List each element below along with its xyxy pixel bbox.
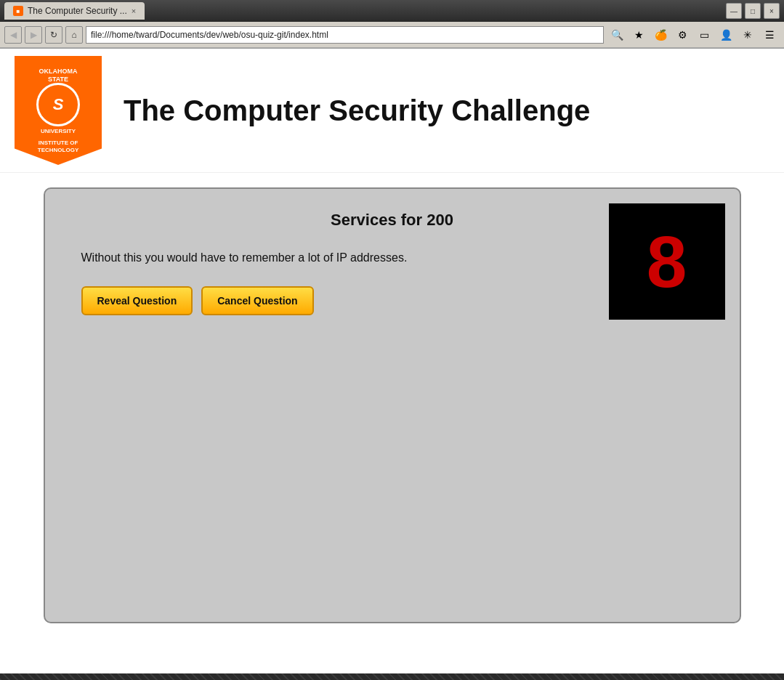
logo-sub: INSTITUTE OF TECHNOLOGY: [38, 139, 78, 153]
reload-btn[interactable]: ↻: [45, 26, 62, 44]
title-bar-left: ■ The Computer Security ... ×: [4, 2, 145, 20]
nav-icons: 🔍 ★ 🍊 ⚙ ▭ 👤 ✳ ☰: [607, 25, 780, 45]
maximize-btn[interactable]: □: [745, 3, 761, 19]
reveal-question-button[interactable]: Reveal Question: [81, 286, 193, 315]
home-btn[interactable]: ⌂: [65, 26, 83, 44]
score-display: 8: [609, 203, 725, 320]
settings-icon[interactable]: ⚙: [672, 25, 692, 45]
menu-icon[interactable]: ☰: [759, 25, 780, 45]
minimize-btn[interactable]: —: [726, 3, 742, 19]
cancel-question-button[interactable]: Cancel Question: [201, 286, 313, 315]
logo-container: OKLAHOMA STATE S UNIVERSITY INSTITUTE OF…: [15, 56, 102, 165]
page-content: OKLAHOMA STATE S UNIVERSITY INSTITUTE OF…: [0, 49, 784, 673]
sidebar-icon[interactable]: ▭: [694, 25, 714, 45]
addon-icon2[interactable]: ✳: [737, 25, 758, 45]
page-header: OKLAHOMA STATE S UNIVERSITY INSTITUTE OF…: [0, 49, 784, 173]
close-btn[interactable]: ×: [764, 3, 780, 19]
nav-bar: ◀ ▶ ↻ ⌂ file:///home/tward/Documents/dev…: [0, 22, 784, 48]
tab-title: The Computer Security ...: [28, 6, 127, 16]
url-text: file:///home/tward/Documents/dev/web/osu…: [91, 30, 328, 40]
logo-circle: S: [36, 83, 80, 126]
back-btn[interactable]: ◀: [4, 26, 22, 44]
address-bar[interactable]: file:///home/tward/Documents/dev/web/osu…: [86, 26, 604, 44]
logo-line1: OKLAHOMA STATE: [39, 68, 78, 84]
profile-icon[interactable]: 👤: [716, 25, 736, 45]
addon-icon1[interactable]: 🍊: [650, 25, 671, 45]
browser-tab[interactable]: ■ The Computer Security ... ×: [4, 2, 145, 20]
score-number: 8: [647, 225, 687, 298]
forward-btn[interactable]: ▶: [25, 26, 42, 44]
title-bar-controls: — □ ×: [726, 3, 780, 19]
tab-favicon: ■: [13, 6, 23, 16]
logo-university: UNIVERSITY: [41, 128, 76, 135]
browser-chrome: ■ The Computer Security ... × — □ × ◀ ▶ …: [0, 0, 784, 49]
tab-close-btn[interactable]: ×: [132, 7, 136, 15]
title-bar: ■ The Computer Security ... × — □ ×: [0, 0, 784, 22]
bookmark-icon[interactable]: ★: [629, 25, 649, 45]
quiz-area: Services for 200 Without this you would …: [44, 187, 741, 623]
search-icon[interactable]: 🔍: [607, 25, 627, 45]
page-title: The Computer Security Challenge: [124, 94, 590, 127]
